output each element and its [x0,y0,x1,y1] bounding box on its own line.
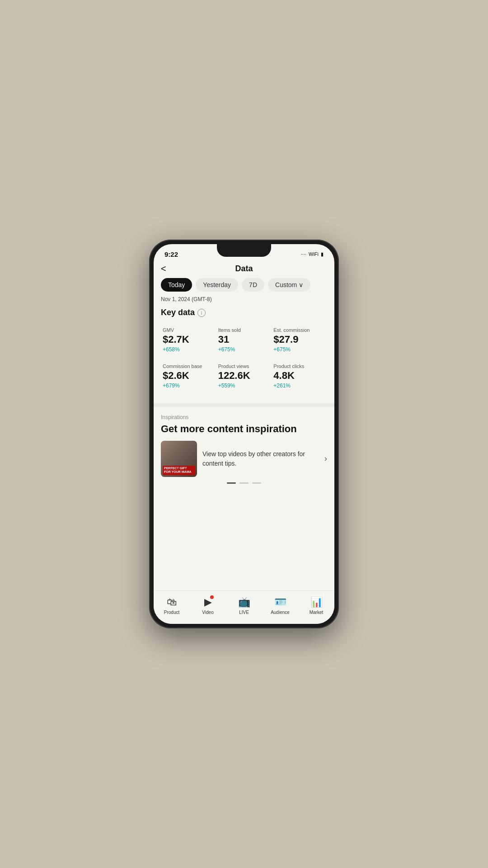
nav-video-label: Video [202,610,213,615]
info-icon[interactable]: i [197,309,206,317]
notch [217,244,271,257]
phone-screen: 9:22 ···· WiFi ▮ < Data Today Yesterday … [154,244,334,624]
metric-items-change: +675% [218,346,235,353]
metric-gmv-label: GMV [163,327,174,333]
live-icon: 📺 [238,596,250,608]
dot-3 [252,482,261,484]
metric-clicks-value: 4.8K [273,370,294,381]
filter-7d[interactable]: 7D [242,278,264,292]
back-button[interactable]: < [161,264,166,274]
status-time: 9:22 [164,250,178,258]
metric-items-value: 31 [218,334,229,345]
metric-gmv-value: $2.7K [163,334,189,345]
inspirations-title: Get more content inspiration [161,423,327,435]
metric-commission-change: +675% [273,346,291,353]
nav-market-label: Market [310,610,324,615]
key-data-title: Key data [161,308,195,317]
metric-product-clicks: Product clicks 4.8K +261% [272,360,327,396]
audience-icon: 🪪 [274,596,286,608]
metric-commission: Est. commission $27.9 +675% [272,324,327,360]
market-icon: 📊 [310,596,323,608]
battery-icon: ▮ [321,251,324,257]
video-icon: ▶ [204,596,212,608]
section-separator [154,403,334,407]
filter-today[interactable]: Today [161,278,192,292]
filter-yesterday[interactable]: Yesterday [196,278,238,292]
chevron-down-icon: ∨ [299,281,303,288]
content-area: < Data Today Yesterday 7D Custom ∨ Nov 1… [154,260,334,590]
metric-views-label: Product views [218,363,249,369]
thumb-label: PERFECT GIFT FOR YOUR MAMA [163,466,195,475]
metric-clicks-label: Product clicks [273,363,304,369]
phone-frame: 9:22 ···· WiFi ▮ < Data Today Yesterday … [149,240,339,628]
status-icons: ···· WiFi ▮ [301,251,324,257]
metric-gmv-change: +658% [163,346,180,353]
metric-commbase-value: $2.6K [163,370,189,381]
inspirations-section: Inspirations Get more content inspiratio… [154,407,334,492]
nav-item-live[interactable]: 📺 LIVE [226,594,262,617]
metric-product-views: Product views 122.6K +559% [216,360,272,396]
metric-items-sold: Items sold 31 +675% [216,324,272,360]
dot-1 [227,482,236,484]
metric-views-change: +559% [218,382,235,389]
wifi-icon: WiFi [309,251,319,257]
inspiration-description: View top videos by other creators for co… [202,449,319,468]
metric-clicks-change: +261% [273,382,291,389]
metric-commission-label: Est. commission [273,327,310,333]
bottom-nav: 🛍 Product ▶ Video 📺 LIVE 🪪 Audience 📊 [154,590,334,624]
filter-row: Today Yesterday 7D Custom ∨ [154,278,334,296]
metric-views-value: 122.6K [218,370,250,381]
product-icon: 🛍 [167,596,177,608]
key-data-grid: GMV $2.7K +658% Items sold 31 +675% Est.… [154,324,334,403]
inspiration-card[interactable]: PERFECT GIFT FOR YOUR MAMA View top vide… [161,441,327,477]
metric-commission-value: $27.9 [273,334,298,345]
nav-item-product[interactable]: 🛍 Product [154,594,190,617]
metric-commission-base: Commission base $2.6K +679% [161,360,216,396]
date-range-label: Nov 1, 2024 (GMT-8) [154,296,334,308]
metric-commbase-label: Commission base [163,363,202,369]
arrow-right-icon: › [324,454,327,463]
nav-item-audience[interactable]: 🪪 Audience [262,594,298,617]
video-badge [210,595,214,599]
dot-2 [239,482,249,484]
key-data-header: Key data i [154,308,334,324]
filter-custom[interactable]: Custom ∨ [268,278,310,292]
metric-commbase-change: +679% [163,382,180,389]
nav-audience-label: Audience [271,610,290,615]
metric-gmv: GMV $2.7K +658% [161,324,216,360]
pagination-dots [161,477,327,486]
inspirations-label: Inspirations [161,414,327,420]
nav-product-label: Product [164,610,179,615]
page-title: Data [235,264,253,274]
page-header: < Data [154,260,334,278]
nav-item-video[interactable]: ▶ Video [190,594,226,617]
nav-item-market[interactable]: 📊 Market [298,594,334,617]
nav-live-label: LIVE [239,610,249,615]
metric-items-label: Items sold [218,327,241,333]
inspiration-thumbnail: PERFECT GIFT FOR YOUR MAMA [161,441,197,477]
signal-icon: ···· [301,251,306,257]
